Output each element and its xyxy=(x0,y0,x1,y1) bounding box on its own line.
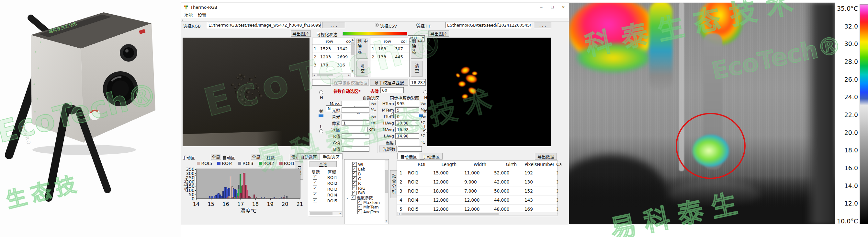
select-all-button[interactable]: 全选 xyxy=(310,161,337,167)
table-row[interactable]: 4ROI412.00012.00044.000143143.000 xyxy=(397,195,558,205)
param-input[interactable] xyxy=(395,140,419,145)
table-row[interactable]: 3ROI318.0007.00050.000152152.000 xyxy=(397,186,558,195)
checkbox-icon[interactable] xyxy=(358,209,362,214)
hist-bar xyxy=(271,198,273,199)
param-input[interactable] xyxy=(342,140,369,145)
menu-item-设置[interactable]: 设置 xyxy=(198,12,206,18)
delete-selected-button-2[interactable]: 删除选中 xyxy=(411,38,423,59)
fusion-analysis-button[interactable]: 融合分析 xyxy=(390,170,397,198)
region-row[interactable]: ROI4 xyxy=(309,192,342,198)
l-radio[interactable] xyxy=(319,129,323,133)
param-input[interactable]: 14.98 xyxy=(395,133,419,139)
stats-hscrollbar[interactable]: ◂ xyxy=(397,212,557,216)
feature-row[interactable]: R xyxy=(345,181,383,186)
chevron-down-icon[interactable]: ⌄ xyxy=(346,195,350,200)
rgb-image-panel[interactable] xyxy=(183,37,310,146)
param-input[interactable]: 16.92 xyxy=(395,127,419,132)
tif-radio-label[interactable]: 选择TIF xyxy=(416,23,431,29)
maximize-button[interactable]: ☐ xyxy=(547,3,558,11)
calib-table-1-hscrollbar[interactable]: ◂▸ xyxy=(312,73,351,77)
delete-selected-button-1[interactable]: 删除选中 xyxy=(356,38,368,59)
denoise-input[interactable]: 60 xyxy=(380,87,404,93)
param-input[interactable] xyxy=(342,146,369,152)
thermal-seed-panel[interactable] xyxy=(427,37,551,146)
calib-table-1[interactable]: rowcol1152319422120326993178316 xyxy=(312,37,355,77)
region-hscrollbar[interactable]: ▸ xyxy=(309,211,342,215)
rgb-path-input[interactable]: E:/thermoRGB/test/seed/Image_w5472_h3648… xyxy=(207,22,321,28)
hist-bar xyxy=(283,198,285,199)
checkbox-icon[interactable] xyxy=(313,181,317,185)
checkbox-icon[interactable] xyxy=(313,187,317,191)
tab-手动选区[interactable]: 手动选区 xyxy=(320,153,343,160)
clear-button-2[interactable]: 清空 xyxy=(411,61,423,77)
table-row[interactable]: 2ROI212.0009.00042.000130130.000 xyxy=(397,177,558,186)
param-input[interactable] xyxy=(342,101,369,106)
feature-group-row[interactable]: ⌄温度参数 xyxy=(345,195,383,200)
feature-vscrollbar[interactable]: ▾ xyxy=(384,160,388,223)
feature-row[interactable]: MinTem xyxy=(345,205,383,209)
calib-value-input[interactable] xyxy=(312,79,331,86)
region-row[interactable]: ROI3 xyxy=(309,186,342,192)
feature-row[interactable]: MaxTem xyxy=(345,200,383,205)
save-group-button[interactable]: 保存该组校准数据 xyxy=(333,79,369,86)
table-row[interactable]: 212032699 xyxy=(312,53,354,61)
checkbox-icon[interactable] xyxy=(313,199,317,203)
checkbox-icon[interactable] xyxy=(313,192,317,197)
param-input[interactable]: 0 xyxy=(395,114,419,119)
hml-selector-left[interactable]: H M L xyxy=(318,90,326,132)
feature-row[interactable]: AvgTem xyxy=(345,209,383,214)
rgb-browse-button[interactable]: . . . xyxy=(322,22,345,28)
slider-handle[interactable] xyxy=(318,114,323,117)
param-input[interactable] xyxy=(342,114,369,119)
seed-dot xyxy=(250,101,254,105)
param-input[interactable]: 5 xyxy=(395,107,419,113)
csv-radio-label[interactable]: 选择CSV xyxy=(380,23,397,29)
close-button[interactable]: ✕ xyxy=(558,3,569,11)
csv-browse-button[interactable]: . . . xyxy=(534,22,551,28)
checkbox-icon[interactable] xyxy=(313,175,317,180)
feature-row[interactable]: Lab xyxy=(345,167,383,172)
tab-手动选区[interactable]: 手动选区 xyxy=(420,153,442,159)
table-row[interactable]: 115231942 xyxy=(312,45,354,53)
table-row[interactable]: 1ROI115.00011.00052.000192192.000 xyxy=(397,168,558,177)
feature-row[interactable]: G xyxy=(345,176,383,181)
region-row[interactable]: ROI5 xyxy=(309,198,342,204)
match-points-button[interactable]: 基于校准点匹配 xyxy=(370,79,408,86)
table-row[interactable]: 1188307 xyxy=(370,45,409,53)
tab-自动选区[interactable]: 自动选区 xyxy=(397,153,420,159)
param-input[interactable]: 1 xyxy=(342,120,369,126)
show-all-button-1[interactable]: 全显 xyxy=(211,154,221,159)
seed-dot xyxy=(241,98,245,102)
feature-row[interactable]: WI xyxy=(345,162,383,167)
title-bar[interactable]: Thermo-RGB ─ ☐ ✕ xyxy=(181,3,569,12)
minimize-button[interactable]: ─ xyxy=(536,3,547,11)
param-input[interactable] xyxy=(342,133,369,139)
h-radio[interactable] xyxy=(424,90,427,94)
clear-button-1[interactable]: 清空 xyxy=(356,61,368,77)
feature-row[interactable]: R/G xyxy=(345,186,383,191)
checkbox-icon[interactable] xyxy=(352,176,357,181)
param-input[interactable]: 20.38 xyxy=(395,120,419,126)
param-input[interactable] xyxy=(398,146,422,152)
export-image-button-2[interactable]: 导出图片 xyxy=(428,30,449,37)
calib-table-2[interactable]: rowcol11883072133445 xyxy=(370,37,409,77)
table-row[interactable]: 3178316 xyxy=(312,61,354,69)
checkbox-icon[interactable] xyxy=(351,195,355,200)
show-all-button-2[interactable]: 全显 xyxy=(251,154,261,159)
tab-自动选区[interactable]: 自动选区 xyxy=(297,153,320,160)
calib-table-1-vscrollbar[interactable]: ▲▼ xyxy=(351,38,354,73)
param-input[interactable]: 995 xyxy=(395,101,419,106)
param-input[interactable] xyxy=(342,107,369,113)
csv-radio[interactable] xyxy=(375,23,379,27)
h-radio[interactable] xyxy=(319,90,323,94)
checkbox-icon[interactable] xyxy=(358,200,362,205)
export-image-button-1[interactable]: 导出图片 xyxy=(291,30,311,37)
export-data-button[interactable]: 导出数据 xyxy=(535,153,557,160)
csv-path-input[interactable]: E:/thermoRGB/test/seed/[20241226054504].… xyxy=(445,22,531,28)
table-row[interactable]: 2133445 xyxy=(370,53,409,61)
feature-row[interactable]: B xyxy=(345,172,383,176)
param-input[interactable] xyxy=(341,127,368,132)
region-row[interactable]: ROI1 xyxy=(309,175,342,180)
menu-item-功能[interactable]: 功能 xyxy=(184,12,193,18)
region-row[interactable]: ROI2 xyxy=(309,180,342,186)
